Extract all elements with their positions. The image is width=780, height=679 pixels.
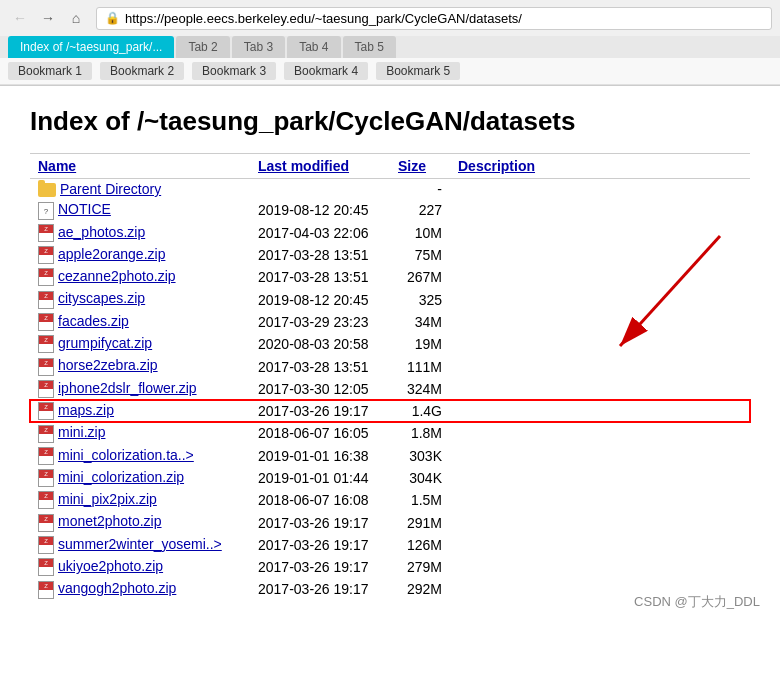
col-header-desc: Description (450, 154, 750, 179)
table-row: Zfacades.zip2017-03-29 23:2334M (30, 311, 750, 333)
zip-icon: Z (38, 425, 54, 443)
file-link[interactable]: vangogh2photo.zip (58, 580, 176, 596)
file-link[interactable]: horse2zebra.zip (58, 357, 158, 373)
bookmark-5[interactable]: Bookmark 5 (376, 62, 460, 80)
tab-3[interactable]: Tab 3 (232, 36, 285, 58)
zip-icon: Z (38, 291, 54, 309)
file-desc (450, 556, 750, 578)
file-link[interactable]: mini_colorization.ta..> (58, 447, 194, 463)
file-link[interactable]: Parent Directory (60, 181, 161, 197)
file-link[interactable]: facades.zip (58, 313, 129, 329)
file-desc (450, 378, 750, 400)
file-link[interactable]: maps.zip (58, 402, 114, 418)
file-size: - (390, 179, 450, 200)
file-link[interactable]: mini_pix2pix.zip (58, 491, 157, 507)
file-link[interactable]: mini.zip (58, 424, 105, 440)
file-desc (450, 400, 750, 422)
bookmark-4[interactable]: Bookmark 4 (284, 62, 368, 80)
tab-2[interactable]: Tab 2 (176, 36, 229, 58)
browser-toolbar: ← → ⌂ 🔒 https://people.eecs.berkeley.edu… (0, 0, 780, 36)
file-link[interactable]: ae_photos.zip (58, 224, 145, 240)
zip-icon: Z (38, 581, 54, 599)
file-link[interactable]: NOTICE (58, 201, 111, 217)
forward-button[interactable]: → (36, 6, 60, 30)
table-row: Zgrumpifycat.zip2020-08-03 20:5819M (30, 333, 750, 355)
zip-icon: Z (38, 491, 54, 509)
file-desc (450, 266, 750, 288)
file-size: 292M (390, 578, 450, 600)
file-desc (450, 355, 750, 377)
file-desc (450, 333, 750, 355)
browser-chrome: ← → ⌂ 🔒 https://people.eecs.berkeley.edu… (0, 0, 780, 86)
file-date: 2020-08-03 20:58 (250, 333, 390, 355)
file-link[interactable]: apple2orange.zip (58, 246, 165, 262)
table-row: Zapple2orange.zip2017-03-28 13:5175M (30, 244, 750, 266)
table-row: Zae_photos.zip2017-04-03 22:0610M (30, 222, 750, 244)
zip-icon: Z (38, 313, 54, 331)
file-table: Name Last modified Size Description Pare… (30, 153, 750, 601)
file-date (250, 179, 390, 200)
page-content: Index of /~taesung_park/CycleGAN/dataset… (0, 86, 780, 621)
file-desc (450, 534, 750, 556)
file-date: 2017-04-03 22:06 (250, 222, 390, 244)
col-header-name: Name (30, 154, 250, 179)
zip-icon: Z (38, 246, 54, 264)
back-button[interactable]: ← (8, 6, 32, 30)
table-row: Zcezanne2photo.zip2017-03-28 13:51267M (30, 266, 750, 288)
sort-desc-link[interactable]: Description (458, 158, 535, 174)
file-size: 126M (390, 534, 450, 556)
file-size: 291M (390, 511, 450, 533)
zip-icon: Z (38, 380, 54, 398)
file-size: 75M (390, 244, 450, 266)
bookmark-2[interactable]: Bookmark 2 (100, 62, 184, 80)
sort-date-link[interactable]: Last modified (258, 158, 349, 174)
zip-icon: Z (38, 224, 54, 242)
tabs-bar: Index of /~taesung_park/... Tab 2 Tab 3 … (0, 36, 780, 58)
file-size: 227 (390, 199, 450, 221)
table-row: ?NOTICE2019-08-12 20:45227 (30, 199, 750, 221)
file-link[interactable]: grumpifycat.zip (58, 335, 152, 351)
file-size: 34M (390, 311, 450, 333)
table-row: Ziphone2dslr_flower.zip2017-03-30 12:053… (30, 378, 750, 400)
sort-name-link[interactable]: Name (38, 158, 76, 174)
address-bar[interactable]: 🔒 https://people.eecs.berkeley.edu/~taes… (96, 7, 772, 30)
file-link[interactable]: mini_colorization.zip (58, 469, 184, 485)
tab-active[interactable]: Index of /~taesung_park/... (8, 36, 174, 58)
table-row: Zmonet2photo.zip2017-03-26 19:17291M (30, 511, 750, 533)
tab-4[interactable]: Tab 4 (287, 36, 340, 58)
file-link[interactable]: cityscapes.zip (58, 290, 145, 306)
file-link[interactable]: iphone2dslr_flower.zip (58, 380, 197, 396)
file-date: 2017-03-29 23:23 (250, 311, 390, 333)
url-text: https://people.eecs.berkeley.edu/~taesun… (125, 11, 522, 26)
bookmark-1[interactable]: Bookmark 1 (8, 62, 92, 80)
zip-icon: Z (38, 358, 54, 376)
table-row: Parent Directory- (30, 179, 750, 200)
zip-icon: Z (38, 335, 54, 353)
file-date: 2017-03-28 13:51 (250, 355, 390, 377)
zip-icon: Z (38, 536, 54, 554)
sort-size-link[interactable]: Size (398, 158, 426, 174)
file-size: 279M (390, 556, 450, 578)
file-size: 267M (390, 266, 450, 288)
file-date: 2017-03-26 19:17 (250, 534, 390, 556)
bookmarks-bar: Bookmark 1 Bookmark 2 Bookmark 3 Bookmar… (0, 58, 780, 85)
bookmark-3[interactable]: Bookmark 3 (192, 62, 276, 80)
table-row: Zsummer2winter_yosemi..>2017-03-26 19:17… (30, 534, 750, 556)
table-row: Zmini_pix2pix.zip2018-06-07 16:081.5M (30, 489, 750, 511)
file-link[interactable]: ukiyoe2photo.zip (58, 558, 163, 574)
table-row: Zhorse2zebra.zip2017-03-28 13:51111M (30, 355, 750, 377)
table-header-row: Name Last modified Size Description (30, 154, 750, 179)
file-link[interactable]: summer2winter_yosemi..> (58, 536, 222, 552)
file-desc (450, 422, 750, 444)
tab-5[interactable]: Tab 5 (343, 36, 396, 58)
file-size: 324M (390, 378, 450, 400)
table-row: Zmaps.zip2017-03-26 19:171.4G (30, 400, 750, 422)
file-date: 2017-03-28 13:51 (250, 266, 390, 288)
file-link[interactable]: cezanne2photo.zip (58, 268, 176, 284)
watermark-text: CSDN @丁大力_DDL (634, 593, 760, 611)
file-size: 303K (390, 445, 450, 467)
zip-icon: Z (38, 268, 54, 286)
file-link[interactable]: monet2photo.zip (58, 513, 162, 529)
home-button[interactable]: ⌂ (64, 6, 88, 30)
file-date: 2019-01-01 01:44 (250, 467, 390, 489)
